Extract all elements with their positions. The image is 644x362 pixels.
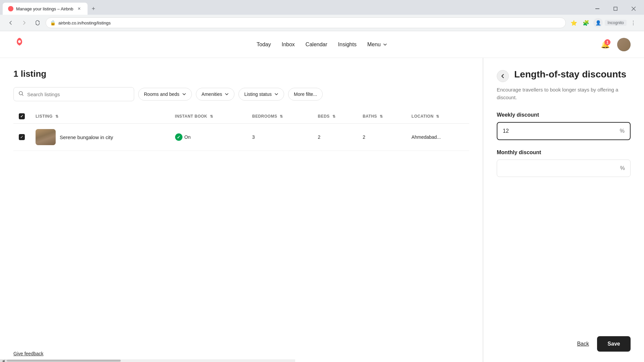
nav-menu[interactable]: Menu — [367, 42, 387, 48]
extensions-button[interactable]: 🧩 — [581, 17, 591, 28]
url-text: airbnb.co.in/hosting/listings — [58, 20, 111, 25]
listing-thumbnail[interactable] — [36, 129, 56, 145]
browser-menu-button[interactable]: ⋮ — [628, 17, 639, 28]
weekly-discount-input-wrap: % — [497, 122, 631, 140]
col-baths: BATHS ⇅ — [357, 109, 406, 124]
amenities-filter[interactable]: Amenities — [196, 88, 234, 101]
active-tab[interactable]: Manage your listings – Airbnb ✕ — [3, 3, 88, 15]
incognito-label: Incognito — [605, 20, 627, 26]
panel-subtitle: Encourage travellers to book longer stay… — [497, 86, 631, 101]
weekly-percent-symbol: % — [620, 128, 625, 134]
nav-calendar[interactable]: Calendar — [306, 39, 327, 50]
row-checkbox-cell — [13, 124, 30, 151]
user-avatar[interactable] — [617, 38, 631, 51]
page-title: 1 listing — [13, 69, 469, 79]
svg-rect-1 — [595, 8, 599, 9]
panel-footer: Back Save — [497, 328, 631, 352]
select-all-header — [13, 109, 30, 124]
tab-bar: Manage your listings – Airbnb ✕ + — [0, 0, 644, 15]
col-beds: BEDS ⇅ — [312, 109, 357, 124]
tab-title: Manage your listings – Airbnb — [16, 6, 73, 11]
table-header: LISTING ⇅ INSTANT BOOK ⇅ BEDROOMS ⇅ — [13, 109, 469, 124]
svg-rect-2 — [614, 7, 617, 10]
rooms-beds-filter[interactable]: Rooms and beds — [138, 88, 192, 101]
main-nav: Today Inbox Calendar Insights Menu — [257, 39, 387, 50]
listings-table: LISTING ⇅ INSTANT BOOK ⇅ BEDROOMS ⇅ — [13, 109, 469, 151]
menu-chevron-icon — [383, 42, 387, 47]
monthly-discount-section: Monthly discount % — [497, 149, 631, 177]
beds-cell: 2 — [312, 124, 357, 151]
table-row: Serene bungalow in city ✓ On 3 2 — [13, 124, 469, 151]
new-tab-button[interactable]: + — [89, 4, 98, 13]
bedrooms-sort-icon[interactable]: ⇅ — [280, 114, 283, 119]
airbnb-logo[interactable] — [13, 37, 25, 52]
search-input[interactable] — [27, 92, 129, 97]
back-arrow-icon — [500, 73, 505, 79]
listing-name-cell: Serene bungalow in city — [30, 124, 170, 151]
listing-cell: Serene bungalow in city — [36, 129, 164, 145]
instant-book-value: On — [184, 134, 191, 140]
app-header: Today Inbox Calendar Insights Menu 🔔 1 — [0, 31, 644, 58]
row-checkbox[interactable] — [19, 134, 25, 140]
select-all-checkbox[interactable] — [19, 113, 25, 119]
monthly-discount-input[interactable] — [497, 160, 630, 177]
search-icon — [18, 91, 24, 98]
nav-insights[interactable]: Insights — [338, 39, 357, 50]
filter-row: Rooms and beds Amenities Listing status … — [13, 87, 469, 101]
bedrooms-cell: 3 — [247, 124, 313, 151]
more-filters-button[interactable]: More filte... — [288, 88, 323, 101]
tab-close-button[interactable]: ✕ — [76, 6, 82, 12]
tab-favicon — [8, 6, 13, 11]
instant-book-sort-icon[interactable]: ⇅ — [210, 114, 213, 119]
back-nav-button[interactable] — [5, 17, 16, 28]
listing-status-filter[interactable]: Listing status — [238, 88, 284, 101]
col-instant-book: INSTANT BOOK ⇅ — [170, 109, 247, 124]
minimize-button[interactable] — [590, 3, 605, 15]
profile-picture-button[interactable]: 👤 — [593, 17, 603, 28]
baths-cell: 2 — [357, 124, 406, 151]
maximize-button[interactable] — [608, 3, 623, 15]
app-container: Today Inbox Calendar Insights Menu 🔔 1 1… — [0, 31, 644, 362]
nav-right: 🔔 1 — [598, 38, 631, 51]
nav-today[interactable]: Today — [257, 39, 271, 50]
status-check-icon: ✓ — [175, 133, 182, 141]
table-body: Serene bungalow in city ✓ On 3 2 — [13, 124, 469, 151]
give-feedback-link[interactable]: Give feedback — [13, 351, 44, 356]
horizontal-scrollbar[interactable]: ◀ — [0, 359, 295, 362]
col-listing: LISTING ⇅ — [30, 109, 170, 124]
baths-sort-icon[interactable]: ⇅ — [380, 114, 383, 119]
back-link-button[interactable]: Back — [577, 341, 589, 347]
listing-status-chevron-icon — [274, 92, 278, 96]
scroll-left-arrow[interactable]: ◀ — [0, 359, 7, 362]
panel-back-button[interactable] — [497, 70, 509, 82]
monthly-percent-symbol: % — [620, 165, 625, 171]
monthly-discount-label: Monthly discount — [497, 149, 631, 156]
lock-icon: 🔒 — [50, 20, 56, 25]
save-button[interactable]: Save — [597, 336, 631, 352]
refresh-button[interactable] — [32, 17, 43, 28]
forward-nav-button[interactable] — [19, 17, 30, 28]
nav-inbox[interactable]: Inbox — [282, 39, 295, 50]
listing-image — [36, 129, 56, 145]
address-bar-row: 🔒 airbnb.co.in/hosting/listings ⭐ 🧩 👤 In… — [0, 15, 644, 31]
left-panel: 1 listing Rooms and beds Amenities — [0, 58, 483, 362]
right-panel: Length-of-stay discounts Encourage trave… — [483, 58, 644, 362]
weekly-discount-input[interactable] — [497, 123, 630, 139]
beds-sort-icon[interactable]: ⇅ — [332, 114, 336, 119]
window-controls — [590, 3, 641, 15]
monthly-discount-input-wrap: % — [497, 160, 631, 177]
close-window-button[interactable] — [626, 3, 641, 15]
rooms-beds-chevron-icon — [182, 92, 186, 96]
address-bar[interactable]: 🔒 airbnb.co.in/hosting/listings — [46, 17, 566, 28]
address-actions: ⭐ 🧩 👤 Incognito ⋮ — [569, 17, 639, 28]
panel-header: Length-of-stay discounts — [497, 69, 631, 82]
main-content: 1 listing Rooms and beds Amenities — [0, 58, 644, 362]
location-cell: Ahmedabad... — [406, 124, 469, 151]
listing-sort-icon[interactable]: ⇅ — [55, 114, 59, 119]
search-box[interactable] — [13, 87, 134, 101]
scrollbar-thumb[interactable] — [7, 360, 121, 362]
bookmark-button[interactable]: ⭐ — [569, 17, 579, 28]
location-sort-icon[interactable]: ⇅ — [436, 114, 439, 119]
svg-point-0 — [9, 7, 12, 10]
notifications-button[interactable]: 🔔 1 — [598, 38, 612, 51]
